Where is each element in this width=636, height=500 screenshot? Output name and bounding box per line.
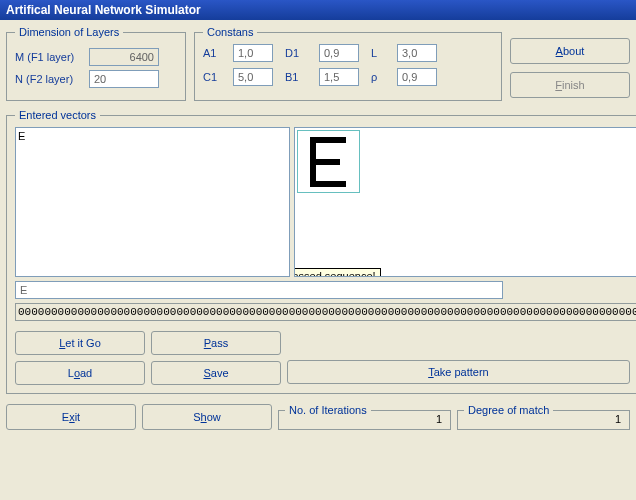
window-body: Dimension of Layers M (F1 layer) N (F2 l…	[0, 20, 636, 436]
pattern-thumbnail	[297, 130, 360, 193]
preview-width-label: Preview vector width	[287, 336, 636, 351]
save-button[interactable]: Save	[151, 361, 281, 385]
entered-vectors-group: Entered vectors E Passed vector | under …	[6, 109, 636, 394]
vector-name-input[interactable]	[15, 281, 503, 299]
exit-button[interactable]: Exit	[6, 404, 136, 430]
vector-listbox[interactable]: E	[15, 127, 290, 277]
m-label: M (F1 layer)	[15, 51, 83, 63]
about-button[interactable]: About	[510, 38, 630, 64]
dimension-group: Dimension of Layers M (F1 layer) N (F2 l…	[6, 26, 186, 101]
letter-e-glyph	[310, 137, 346, 187]
entered-legend: Entered vectors	[15, 109, 100, 121]
list-item[interactable]: E	[18, 130, 287, 142]
iterations-group: No. of Iterations 1	[278, 404, 451, 430]
a1-input[interactable]	[233, 44, 273, 62]
b1-label: B1	[285, 71, 307, 83]
n-label: N (F2 layer)	[15, 73, 83, 85]
c1-label: C1	[203, 71, 221, 83]
match-value: 1	[615, 413, 621, 425]
rho-input[interactable]	[397, 68, 437, 86]
match-group: Degree of match 1	[457, 404, 630, 430]
let-it-go-button[interactable]: Let it Go	[15, 331, 145, 355]
bits-display: 0000000000000000000000000000000000000000…	[15, 303, 636, 321]
iterations-value: 1	[436, 413, 442, 425]
finish-button: Finish	[510, 72, 630, 98]
tooltip: Passed vector | under their passed seque…	[294, 268, 381, 277]
pattern-preview: Passed vector | under their passed seque…	[294, 127, 636, 277]
load-button[interactable]: Load	[15, 361, 145, 385]
match-legend: Degree of match	[464, 404, 553, 416]
l-label: L	[371, 47, 385, 59]
show-button[interactable]: Show	[142, 404, 272, 430]
constants-group: Constans A1 D1 L C1 B1 ρ	[194, 26, 502, 101]
b1-input[interactable]	[319, 68, 359, 86]
c1-input[interactable]	[233, 68, 273, 86]
iterations-legend: No. of Iterations	[285, 404, 371, 416]
m-input[interactable]	[89, 48, 159, 66]
pass-button[interactable]: Pass	[151, 331, 281, 355]
d1-input[interactable]	[319, 44, 359, 62]
take-pattern-button[interactable]: Take pattern	[287, 360, 630, 384]
constants-legend: Constans	[203, 26, 257, 38]
dimension-legend: Dimension of Layers	[15, 26, 123, 38]
title-bar: Artifical Neural Network Simulator	[0, 0, 636, 20]
d1-label: D1	[285, 47, 307, 59]
rho-label: ρ	[371, 71, 385, 83]
n-input[interactable]	[89, 70, 159, 88]
l-input[interactable]	[397, 44, 437, 62]
a1-label: A1	[203, 47, 221, 59]
